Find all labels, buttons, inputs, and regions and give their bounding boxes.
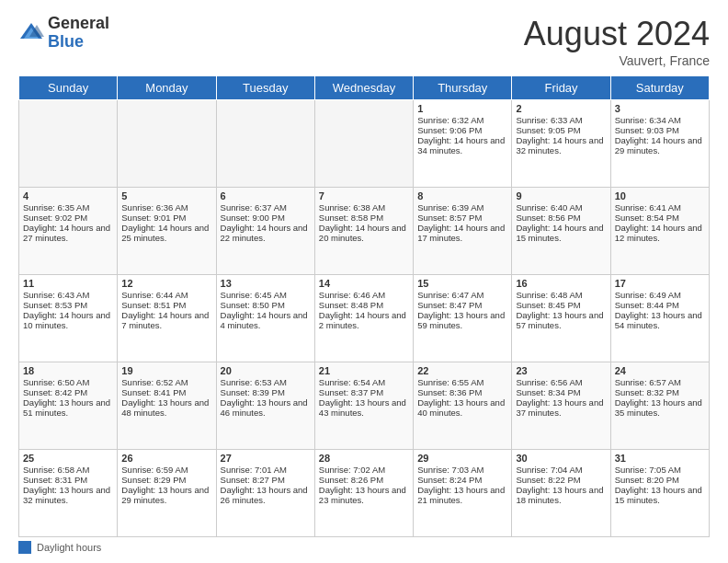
sunrise-text: Sunrise: 6:49 AM: [615, 290, 681, 300]
sunset-text: Sunset: 8:31 PM: [23, 475, 87, 485]
calendar-cell-5: 5Sunrise: 6:36 AMSunset: 9:01 PMDaylight…: [118, 188, 216, 275]
calendar-header-row: SundayMondayTuesdayWednesdayThursdayFrid…: [19, 76, 710, 100]
sunrise-text: Sunrise: 6:45 AM: [221, 290, 287, 300]
sunrise-text: Sunrise: 6:33 AM: [516, 115, 582, 125]
sunset-text: Sunset: 8:47 PM: [417, 300, 482, 310]
daylight-text: Daylight: 14 hours and 20 minutes.: [319, 223, 406, 243]
footer: Daylight hours: [18, 541, 710, 554]
sunrise-text: Sunrise: 6:43 AM: [23, 290, 89, 300]
calendar-dow-sunday: Sunday: [19, 76, 118, 100]
sunrise-text: Sunrise: 6:52 AM: [121, 377, 188, 387]
calendar-dow-friday: Friday: [512, 76, 610, 100]
calendar-dow-tuesday: Tuesday: [216, 76, 314, 100]
sunrise-text: Sunrise: 6:59 AM: [121, 465, 188, 475]
day-number: 17: [615, 278, 705, 289]
calendar-cell-12: 12Sunrise: 6:44 AMSunset: 8:51 PMDayligh…: [118, 275, 216, 362]
daylight-text: Daylight: 14 hours and 17 minutes.: [417, 223, 505, 243]
day-number: 7: [319, 190, 409, 201]
sunset-text: Sunset: 9:01 PM: [121, 213, 186, 223]
daylight-text: Daylight: 13 hours and 32 minutes.: [23, 485, 110, 505]
page: General Blue August 2024 Vauvert, France…: [0, 0, 728, 563]
day-number: 15: [417, 278, 507, 289]
daylight-text: Daylight: 13 hours and 37 minutes.: [516, 397, 603, 418]
sunset-text: Sunset: 8:57 PM: [417, 213, 482, 223]
sunrise-text: Sunrise: 6:34 AM: [615, 115, 681, 125]
sunrise-text: Sunrise: 6:55 AM: [417, 377, 483, 387]
calendar-cell-empty: [19, 100, 118, 188]
legend-box: [18, 541, 31, 554]
sunset-text: Sunset: 8:36 PM: [417, 387, 482, 397]
calendar-cell-16: 16Sunrise: 6:48 AMSunset: 8:45 PMDayligh…: [512, 275, 610, 362]
sunrise-text: Sunrise: 6:32 AM: [417, 115, 483, 125]
sunrise-text: Sunrise: 7:04 AM: [516, 465, 582, 475]
daylight-text: Daylight: 13 hours and 57 minutes.: [516, 310, 603, 330]
sunrise-text: Sunrise: 6:47 AM: [417, 290, 483, 300]
day-number: 2: [516, 103, 606, 114]
daylight-text: Daylight: 13 hours and 26 minutes.: [221, 485, 308, 505]
day-number: 30: [516, 453, 606, 464]
location: Vauvert, France: [524, 53, 710, 68]
sunrise-text: Sunrise: 6:54 AM: [319, 377, 385, 387]
day-number: 8: [417, 190, 507, 201]
daylight-text: Daylight: 13 hours and 54 minutes.: [615, 310, 702, 330]
legend-label: Daylight hours: [37, 542, 101, 553]
sunrise-text: Sunrise: 6:40 AM: [516, 202, 582, 213]
calendar-cell-28: 28Sunrise: 7:02 AMSunset: 8:26 PMDayligh…: [314, 450, 413, 537]
daylight-text: Daylight: 14 hours and 25 minutes.: [121, 223, 209, 243]
sunset-text: Sunset: 8:54 PM: [615, 213, 679, 223]
daylight-text: Daylight: 13 hours and 18 minutes.: [516, 485, 603, 505]
daylight-text: Daylight: 14 hours and 7 minutes.: [121, 310, 209, 330]
calendar-cell-14: 14Sunrise: 6:46 AMSunset: 8:48 PMDayligh…: [314, 275, 413, 362]
logo-text: General Blue: [48, 15, 109, 52]
sunset-text: Sunset: 8:58 PM: [319, 213, 383, 223]
sunset-text: Sunset: 8:20 PM: [615, 475, 679, 485]
day-number: 14: [319, 278, 409, 289]
calendar-week-2: 11Sunrise: 6:43 AMSunset: 8:53 PMDayligh…: [19, 275, 710, 362]
sunset-text: Sunset: 9:03 PM: [615, 125, 679, 135]
day-number: 27: [221, 453, 311, 464]
sunrise-text: Sunrise: 6:56 AM: [516, 377, 582, 387]
calendar-cell-29: 29Sunrise: 7:03 AMSunset: 8:24 PMDayligh…: [414, 450, 512, 537]
day-number: 25: [23, 453, 113, 464]
day-number: 28: [319, 453, 409, 464]
sunrise-text: Sunrise: 7:02 AM: [319, 465, 385, 475]
calendar-cell-10: 10Sunrise: 6:41 AMSunset: 8:54 PMDayligh…: [610, 188, 709, 275]
header: General Blue August 2024 Vauvert, France: [18, 15, 710, 68]
sunrise-text: Sunrise: 6:41 AM: [615, 202, 681, 213]
sunset-text: Sunset: 8:53 PM: [23, 300, 87, 310]
logo-general-text: General: [48, 14, 109, 32]
sunset-text: Sunset: 8:37 PM: [319, 387, 383, 397]
calendar-week-4: 25Sunrise: 6:58 AMSunset: 8:31 PMDayligh…: [19, 450, 710, 537]
sunset-text: Sunset: 8:29 PM: [121, 475, 186, 485]
calendar-dow-thursday: Thursday: [414, 76, 512, 100]
daylight-text: Daylight: 14 hours and 27 minutes.: [23, 223, 110, 243]
calendar-cell-19: 19Sunrise: 6:52 AMSunset: 8:41 PMDayligh…: [118, 362, 216, 450]
calendar-cell-24: 24Sunrise: 6:57 AMSunset: 8:32 PMDayligh…: [610, 362, 709, 450]
sunrise-text: Sunrise: 6:35 AM: [23, 202, 89, 213]
calendar-cell-13: 13Sunrise: 6:45 AMSunset: 8:50 PMDayligh…: [216, 275, 314, 362]
day-number: 5: [121, 190, 211, 201]
sunrise-text: Sunrise: 6:57 AM: [615, 377, 681, 387]
title-block: August 2024 Vauvert, France: [524, 15, 710, 68]
calendar-cell-11: 11Sunrise: 6:43 AMSunset: 8:53 PMDayligh…: [19, 275, 118, 362]
sunset-text: Sunset: 8:22 PM: [516, 475, 580, 485]
day-number: 26: [121, 453, 211, 464]
day-number: 24: [615, 365, 705, 376]
day-number: 20: [221, 365, 311, 376]
daylight-text: Daylight: 14 hours and 29 minutes.: [615, 135, 702, 155]
calendar-cell-18: 18Sunrise: 6:50 AMSunset: 8:42 PMDayligh…: [19, 362, 118, 450]
calendar-cell-26: 26Sunrise: 6:59 AMSunset: 8:29 PMDayligh…: [118, 450, 216, 537]
daylight-text: Daylight: 13 hours and 43 minutes.: [319, 397, 406, 418]
day-number: 31: [615, 453, 705, 464]
calendar-cell-27: 27Sunrise: 7:01 AMSunset: 8:27 PMDayligh…: [216, 450, 314, 537]
daylight-text: Daylight: 13 hours and 59 minutes.: [417, 310, 505, 330]
sunset-text: Sunset: 8:44 PM: [615, 300, 679, 310]
sunset-text: Sunset: 8:50 PM: [221, 300, 285, 310]
day-number: 23: [516, 365, 606, 376]
day-number: 21: [319, 365, 409, 376]
daylight-text: Daylight: 13 hours and 23 minutes.: [319, 485, 406, 505]
sunrise-text: Sunrise: 6:53 AM: [221, 377, 287, 387]
sunrise-text: Sunrise: 6:58 AM: [23, 465, 89, 475]
logo-blue-text: Blue: [48, 32, 84, 51]
month-year: August 2024: [524, 15, 710, 53]
